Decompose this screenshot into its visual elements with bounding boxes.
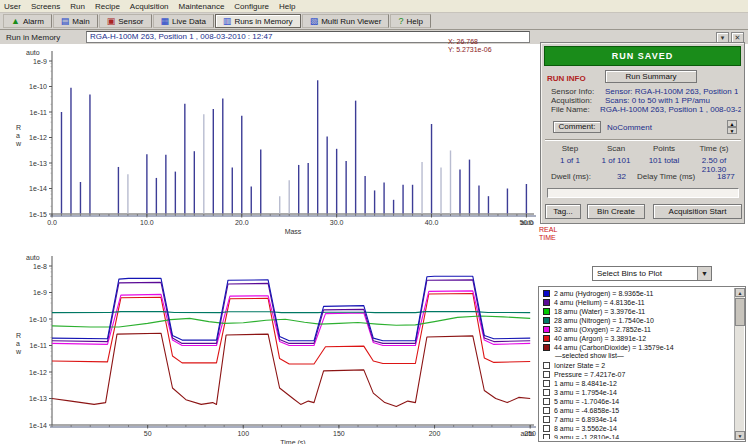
checkbox-icon[interactable] bbox=[543, 398, 550, 405]
legend-item-unselected[interactable]: 6 amu = -4.6858e-15 bbox=[541, 406, 733, 415]
info-row-label: Acquisition: bbox=[551, 96, 605, 105]
svg-text:1e-9: 1e-9 bbox=[33, 289, 47, 296]
legend-item-unselected[interactable]: 8 amu = 3.5562e-14 bbox=[541, 424, 733, 433]
info-row-value: Scans: 0 to 50 with 1 PP/amu bbox=[605, 96, 710, 105]
svg-text:R: R bbox=[16, 124, 21, 131]
legend-item-unselected[interactable]: 9 amu = -1.2810e-14 bbox=[541, 433, 733, 439]
legend-item-unselected[interactable]: 7 amu = 6.8934e-14 bbox=[541, 415, 733, 424]
toolbar-button-alarm[interactable]: ▲Alarm bbox=[3, 14, 52, 28]
svg-text:w: w bbox=[15, 140, 22, 147]
menu-recipe[interactable]: Recipe bbox=[95, 2, 120, 11]
menu-help[interactable]: Help bbox=[279, 2, 295, 11]
comment-button[interactable]: Comment: bbox=[553, 121, 601, 133]
legend-item-label: 32 amu (Oxygen) = 2.7852e-11 bbox=[554, 326, 651, 333]
svg-text:w: w bbox=[15, 348, 22, 355]
legend-item[interactable]: 28 amu (Nitrogen) = 1.7540e-10 bbox=[541, 316, 733, 325]
info-row: Acquisition:Scans: 0 to 50 with 1 PP/amu bbox=[551, 96, 741, 105]
toolbar-button-main[interactable]: ▤Main bbox=[53, 14, 98, 28]
svg-text:R: R bbox=[16, 332, 21, 339]
svg-text:1e-11: 1e-11 bbox=[30, 109, 47, 116]
stats-value: 101 total bbox=[641, 156, 687, 165]
legend-item-label: 40 amu (Argon) = 3.3891e-12 bbox=[554, 335, 646, 342]
run-info-title: RUN INFO bbox=[547, 74, 586, 83]
stats-header: Scan bbox=[593, 144, 639, 153]
menu-configure[interactable]: Configure bbox=[234, 2, 269, 11]
toolbar-button-help[interactable]: ?Help bbox=[390, 14, 430, 28]
legend-divider: —selected show list— bbox=[541, 352, 733, 361]
cursor-x-value: X: 26.768 bbox=[448, 38, 492, 46]
alarm-icon: ▲ bbox=[11, 17, 20, 26]
legend-item-unselected[interactable]: 3 amu = 1.7954e-14 bbox=[541, 388, 733, 397]
legend-item[interactable]: 44 amu (CarbonDioxide) = 1.3579e-14 bbox=[541, 343, 733, 352]
legend-item[interactable]: 4 amu (Helium) = 4.8136e-11 bbox=[541, 298, 733, 307]
svg-text:1e-12: 1e-12 bbox=[29, 134, 47, 141]
svg-text:1e-10: 1e-10 bbox=[29, 83, 47, 90]
checkbox-icon[interactable] bbox=[543, 389, 550, 396]
spinner-down-icon[interactable]: ▼ bbox=[727, 127, 737, 134]
legend-item-unselected[interactable]: 5 amu = -1.7046e-14 bbox=[541, 397, 733, 406]
checkbox-icon[interactable] bbox=[543, 434, 550, 439]
select-bins-dropdown[interactable]: Select Bins to Plot ▼ bbox=[592, 266, 712, 281]
svg-text:40.0: 40.0 bbox=[425, 219, 439, 226]
toolbar-label: Sensor bbox=[118, 17, 143, 26]
legend-item-label: 4 amu (Helium) = 4.8136e-11 bbox=[554, 299, 645, 306]
scroll-up-icon[interactable]: ▲ bbox=[735, 288, 745, 297]
run-info-panel: RUN SAVED RUN INFO Run Summary Sensor In… bbox=[540, 42, 745, 224]
close-run-button[interactable]: ✕ bbox=[731, 32, 744, 43]
toolbar-label: Main bbox=[72, 17, 89, 26]
toolbar-button-runs-in-memory[interactable]: ▥Runs in Memory bbox=[215, 14, 301, 28]
legend-item-label: Pressure = 7.4217e-07 bbox=[554, 371, 625, 378]
checkbox-icon[interactable] bbox=[543, 380, 550, 387]
run-dropdown-button[interactable]: ▾ bbox=[716, 32, 729, 43]
tag-button[interactable]: Tag... bbox=[545, 204, 581, 219]
legend-item[interactable]: 2 amu (Hydrogen) = 8.9365e-11 bbox=[541, 289, 733, 298]
bin-create-button[interactable]: Bin Create bbox=[587, 204, 645, 219]
svg-text:20.0: 20.0 bbox=[235, 219, 249, 226]
svg-text:200: 200 bbox=[429, 430, 441, 437]
svg-text:auto: auto bbox=[520, 430, 534, 437]
checkbox-icon[interactable] bbox=[543, 425, 550, 432]
legend-item[interactable]: 32 amu (Oxygen) = 2.7852e-11 bbox=[541, 325, 733, 334]
menu-bar: UserScreensRunRecipeAcquisitionMaintenan… bbox=[0, 0, 748, 13]
svg-text:1e-14: 1e-14 bbox=[29, 422, 47, 429]
acquisition-progress-bar bbox=[547, 188, 739, 198]
legend-scrollbar[interactable]: ▲ ▼ bbox=[734, 288, 744, 440]
stats-value: 1 of 101 bbox=[593, 156, 639, 165]
menu-run[interactable]: Run bbox=[70, 2, 85, 11]
menu-screens[interactable]: Screens bbox=[31, 2, 60, 11]
panel-divider bbox=[545, 139, 741, 141]
info-row-value: Sensor: RGA-H-100M 263, Position 1 bbox=[605, 87, 738, 96]
acquisition-start-button[interactable]: Acquisition Start bbox=[653, 204, 742, 219]
spinner-up-icon[interactable]: ▲ bbox=[727, 120, 737, 127]
svg-text:150: 150 bbox=[333, 430, 345, 437]
checkbox-icon[interactable] bbox=[543, 371, 550, 378]
info-row: Sensor Info:Sensor: RGA-H-100M 263, Posi… bbox=[551, 87, 741, 96]
menu-acquisition[interactable]: Acquisition bbox=[130, 2, 169, 11]
toolbar-button-multi-run-viewer[interactable]: ▧Multi Run Viewer bbox=[302, 14, 390, 28]
stats-header: Points bbox=[641, 144, 687, 153]
mass-spectrum-chart[interactable]: 1e-91e-101e-111e-121e-131e-141e-15autoRa… bbox=[8, 44, 538, 242]
legend-item-unselected[interactable]: Pressure = 7.4217e-07 bbox=[541, 370, 733, 379]
legend-item-unselected[interactable]: Ionizer State = 2 bbox=[541, 361, 733, 370]
legend-item[interactable]: 18 amu (Water) = 3.3976e-11 bbox=[541, 307, 733, 316]
comment-spinner[interactable]: ▲▼ bbox=[727, 120, 737, 134]
svg-text:100: 100 bbox=[237, 430, 249, 437]
dropdown-arrow-icon[interactable]: ▼ bbox=[697, 267, 711, 280]
legend-item-label: 18 amu (Water) = 3.3976e-11 bbox=[554, 308, 645, 315]
checkbox-icon[interactable] bbox=[543, 407, 550, 414]
legend-item[interactable]: 40 amu (Argon) = 3.3891e-12 bbox=[541, 334, 733, 343]
checkbox-icon[interactable] bbox=[543, 416, 550, 423]
checkbox-icon[interactable] bbox=[543, 362, 550, 369]
real-time-text: TIME bbox=[539, 234, 557, 242]
toolbar-button-sensor[interactable]: ▣Sensor bbox=[99, 14, 152, 28]
svg-text:10.0: 10.0 bbox=[140, 219, 154, 226]
run-summary-button[interactable]: Run Summary bbox=[605, 70, 697, 83]
menu-maintenance[interactable]: Maintenance bbox=[179, 2, 225, 11]
legend-item-unselected[interactable]: 1 amu = 8.4841e-12 bbox=[541, 379, 733, 388]
scroll-down-icon[interactable]: ▼ bbox=[735, 431, 745, 440]
scrollbar-thumb[interactable] bbox=[735, 298, 745, 326]
toolbar-button-live-data[interactable]: ▦Live Data bbox=[153, 14, 214, 28]
run-in-memory-label: Run in Memory bbox=[0, 33, 86, 42]
menu-user[interactable]: User bbox=[4, 2, 21, 11]
trend-chart[interactable]: 1e-81e-91e-101e-111e-121e-131e-14autoRaw… bbox=[8, 242, 538, 444]
